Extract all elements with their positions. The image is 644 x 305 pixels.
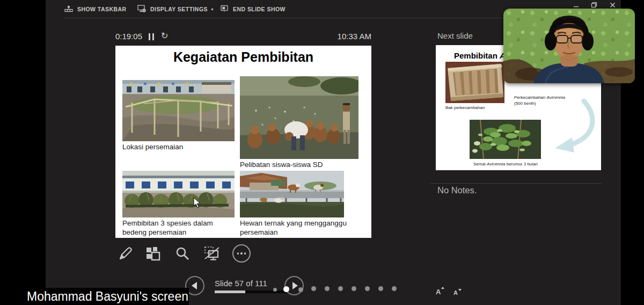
taskbar-icon bbox=[64, 5, 73, 13]
restore-button[interactable] bbox=[587, 1, 602, 9]
slide-progress-fill bbox=[215, 291, 245, 293]
photo-bak-perkecambahan bbox=[445, 62, 504, 103]
notes-divider bbox=[429, 183, 602, 184]
slide-title: Kegaiatan Pembibitan bbox=[115, 49, 371, 65]
font-decrease-button[interactable]: A bbox=[453, 289, 458, 296]
clock-time: 10:33 AM bbox=[290, 32, 371, 41]
show-taskbar-label: SHOW TASKBAR bbox=[77, 6, 127, 12]
black-screen-button[interactable] bbox=[202, 244, 222, 263]
caption-hewan: Hewan ternak yang mengganggu persemaian bbox=[240, 219, 356, 237]
screen-share-label: Mohammad Basyuni's screen bbox=[27, 289, 188, 304]
show-taskbar-button[interactable]: SHOW TASKBAR bbox=[64, 3, 127, 15]
timer-elapsed: 0:19:05 bbox=[115, 32, 142, 41]
loader-dot bbox=[298, 287, 303, 292]
screen-share-label-bar: Mohammad Basyuni's screen bbox=[0, 288, 189, 305]
arrow-right-icon bbox=[292, 282, 298, 289]
pen-tool-button[interactable] bbox=[115, 244, 134, 263]
end-slide-show-label: END SLIDE SHOW bbox=[233, 6, 286, 12]
webcam-overlay[interactable] bbox=[503, 9, 635, 83]
loader-dot bbox=[311, 286, 316, 291]
caret-up-icon bbox=[441, 287, 444, 289]
next-slide-button[interactable] bbox=[284, 276, 304, 295]
see-all-slides-button[interactable] bbox=[143, 244, 163, 263]
slide-counter: Slide 57 of 111 bbox=[215, 279, 267, 288]
end-slide-show-icon bbox=[220, 5, 229, 13]
photo-lokasi-persemaian bbox=[122, 80, 235, 141]
loader-dot bbox=[365, 286, 370, 291]
end-slide-show-button[interactable]: END SLIDE SHOW bbox=[220, 3, 286, 15]
arrow-left-icon bbox=[192, 282, 197, 289]
current-slide[interactable]: Kegaiatan Pembibitan bbox=[115, 46, 371, 238]
more-options-button[interactable] bbox=[232, 244, 251, 263]
loader-dot bbox=[325, 286, 330, 291]
display-settings-icon bbox=[137, 5, 146, 13]
zoom-slide-button[interactable] bbox=[173, 244, 192, 263]
next-slide-label: Next slide bbox=[437, 31, 473, 40]
caption-pembibitan: Pembibitan 3 spesies dalam bedeng persem… bbox=[122, 219, 233, 237]
restart-timer-button[interactable]: ↻ bbox=[161, 31, 168, 41]
photo-pembibitan-bedeng bbox=[122, 171, 235, 217]
next-slide-title: Pembibitan A. bbox=[454, 51, 508, 60]
ellipsis-icon bbox=[232, 244, 251, 263]
caption-semai: Semai Avicennia berumur 3 bulan bbox=[460, 161, 551, 167]
notes-text: No Notes. bbox=[437, 185, 477, 195]
caption-bak: Bak perkecambahan bbox=[445, 105, 485, 111]
pause-timer-button[interactable] bbox=[149, 33, 154, 40]
caption-lokasi: Lokasi persemaian bbox=[122, 143, 183, 152]
loader-dot-active bbox=[283, 286, 289, 292]
caption-pelibatan: Pelibatan siswa-siswa SD bbox=[240, 161, 323, 170]
loader-dot bbox=[378, 286, 383, 291]
curved-arrow-icon bbox=[551, 99, 597, 158]
photo-hewan-ternak bbox=[240, 171, 344, 217]
loader-dot bbox=[338, 286, 343, 291]
mouse-cursor bbox=[193, 198, 201, 208]
presenter-video bbox=[503, 9, 635, 83]
caret-down-icon: ▼ bbox=[210, 8, 214, 11]
font-increase-button[interactable]: A bbox=[436, 288, 441, 296]
meet-stage: SHOW TASKBAR DISPLAY SETTINGS ▼ END SLID… bbox=[0, 0, 644, 305]
photo-semai-avicennia bbox=[470, 120, 541, 159]
loader-dot bbox=[392, 286, 397, 291]
loader-dot bbox=[273, 288, 277, 292]
display-settings-label: DISPLAY SETTINGS bbox=[150, 6, 208, 12]
minimize-button[interactable] bbox=[568, 1, 583, 9]
caret-down-small-icon bbox=[458, 289, 462, 291]
display-settings-button[interactable]: DISPLAY SETTINGS ▼ bbox=[137, 3, 214, 15]
photo-pelibatan-siswa bbox=[240, 76, 358, 159]
close-icon[interactable] bbox=[605, 1, 620, 9]
loader-dot bbox=[352, 286, 356, 291]
